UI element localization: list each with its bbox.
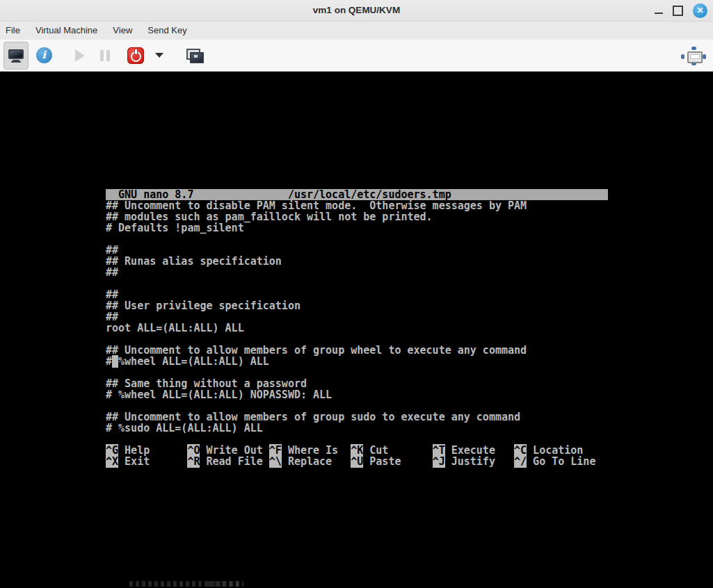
nano-line bbox=[106, 278, 608, 289]
guest-console[interactable]: GNU nano 8.7 /usr/local/etc/sudoers.tmp … bbox=[0, 72, 713, 588]
nano-line: ## bbox=[106, 245, 608, 256]
nano-line bbox=[106, 367, 608, 378]
menubar: File Virtual Machine View Send Key bbox=[0, 22, 713, 40]
shortcut-row: ^X Exit ^R Read File ^\ Replace ^U Paste… bbox=[106, 456, 608, 467]
nano-line: ## bbox=[106, 289, 608, 300]
nano-line: ## Uncomment to allow members of group w… bbox=[106, 345, 608, 356]
shortcut-key: ^R bbox=[187, 455, 200, 468]
nano-body: ## Uncomment to disable PAM silent mode.… bbox=[106, 200, 608, 445]
resize-to-vm-icon bbox=[691, 47, 696, 50]
graphical-console-button[interactable] bbox=[3, 42, 29, 70]
nano-screen[interactable]: GNU nano 8.7 /usr/local/etc/sudoers.tmp … bbox=[106, 189, 608, 467]
vm-details-button[interactable]: i bbox=[32, 42, 56, 69]
nano-line: ## Same thing without a password bbox=[106, 378, 608, 389]
toolbar: i bbox=[0, 40, 713, 72]
nano-line bbox=[106, 400, 608, 411]
nano-line: ## modules such as pam_faillock will not… bbox=[106, 211, 608, 222]
nano-line: ## bbox=[106, 267, 608, 278]
run-button bbox=[68, 42, 92, 69]
nano-line: ## User privilege specification bbox=[106, 300, 608, 311]
nano-line: # %wheel ALL=(ALL:ALL) NOPASSWD: ALL bbox=[106, 389, 608, 400]
nano-line: ## Uncomment to allow members of group s… bbox=[106, 411, 608, 423]
menu-file[interactable]: File bbox=[0, 22, 28, 40]
window-controls: ✕ bbox=[655, 0, 707, 21]
nano-line: # %wheel ALL=(ALL:ALL) ALL bbox=[106, 356, 608, 367]
monitor-console-icon bbox=[8, 49, 24, 62]
resize-to-vm-button[interactable] bbox=[680, 42, 707, 69]
power-icon bbox=[127, 47, 144, 64]
window-title: vm1 on QEMU/KVM bbox=[0, 0, 713, 21]
nano-line bbox=[106, 434, 608, 445]
fullscreen-button[interactable] bbox=[182, 42, 206, 69]
nano-line bbox=[106, 334, 608, 345]
menu-view[interactable]: View bbox=[105, 22, 140, 40]
nano-shortcuts: ^G Help ^O Write Out ^F Where Is ^K Cut … bbox=[106, 445, 608, 467]
shutdown-menu-button[interactable] bbox=[150, 42, 168, 69]
shortcut-key: ^X bbox=[106, 455, 118, 468]
shortcut-row: ^G Help ^O Write Out ^F Where Is ^K Cut … bbox=[106, 445, 608, 456]
nano-line: ## Uncomment to disable PAM silent mode.… bbox=[106, 200, 608, 211]
nano-line: # %sudo ALL=(ALL:ALL) ALL bbox=[106, 423, 608, 434]
nano-line: # Defaults !pam_silent bbox=[106, 222, 608, 234]
nano-line: root ALL=(ALL:ALL) ALL bbox=[106, 322, 608, 334]
nano-line: ## Runas alias specification bbox=[106, 256, 608, 267]
nano-line: ## bbox=[106, 311, 608, 322]
maximize-button[interactable] bbox=[673, 6, 683, 16]
menu-virtual-machine[interactable]: Virtual Machine bbox=[28, 22, 105, 40]
shortcut-key: ^U bbox=[351, 455, 363, 468]
text-cursor bbox=[112, 355, 118, 368]
shortcut-key: ^/ bbox=[514, 455, 527, 468]
window-titlebar: vm1 on QEMU/KVM ✕ bbox=[0, 0, 713, 22]
menu-send-key[interactable]: Send Key bbox=[140, 22, 194, 40]
minimize-button[interactable] bbox=[655, 13, 663, 14]
dropdown-arrow-icon bbox=[155, 53, 163, 58]
nano-titlebar: GNU nano 8.7 /usr/local/etc/sudoers.tmp bbox=[106, 189, 608, 200]
close-button[interactable]: ✕ bbox=[693, 3, 707, 18]
play-icon bbox=[75, 49, 85, 62]
pause-button bbox=[95, 42, 115, 69]
pause-icon bbox=[100, 50, 104, 61]
nano-line bbox=[106, 234, 608, 245]
shortcut-key: ^\ bbox=[269, 455, 282, 468]
info-icon: i bbox=[36, 47, 52, 63]
shortcut-key: ^J bbox=[433, 455, 445, 468]
shutdown-button[interactable] bbox=[124, 42, 147, 69]
cropped-text-artifact bbox=[208, 581, 243, 587]
